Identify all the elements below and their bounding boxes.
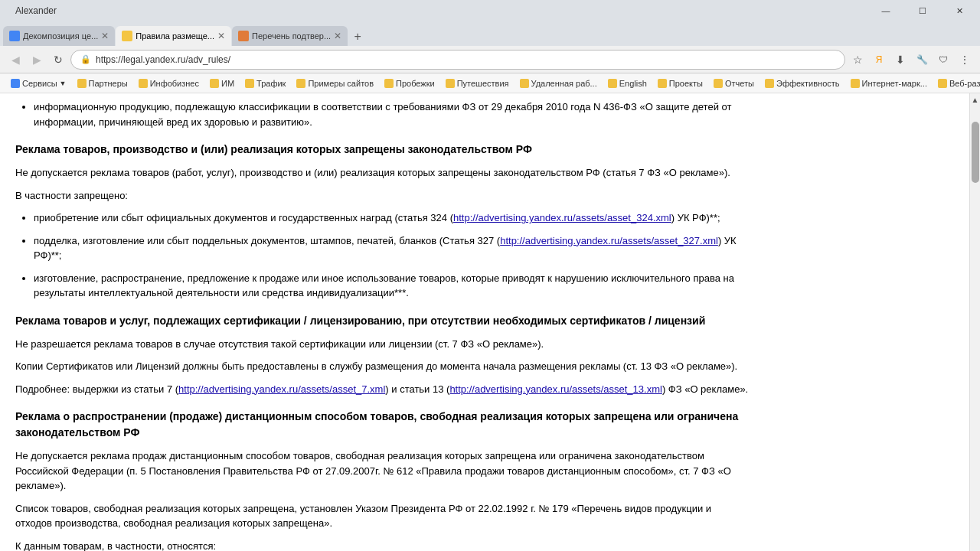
bookmark-remote[interactable]: Удаленная раб... xyxy=(515,75,602,92)
menu-icon[interactable]: ⋮ xyxy=(956,51,974,69)
bookmark-partners-label: Партнеры xyxy=(89,79,128,88)
bookmark-services[interactable]: Сервисы ▼ xyxy=(6,75,71,92)
lock-icon: 🔒 xyxy=(80,54,91,64)
top-bullets: информационную продукцию, подлежащую кла… xyxy=(34,99,750,129)
tab-1-close[interactable]: ✕ xyxy=(101,31,109,41)
username: Alexander xyxy=(15,5,57,16)
section2-para2: Копии Сертификатов или Лицензий должны б… xyxy=(15,359,750,374)
tab-3-label: Перечень подтвер... xyxy=(252,31,331,41)
maximize-button[interactable]: ☐ xyxy=(905,0,940,21)
link-asset7[interactable]: http://advertising.yandex.ru/assets/asse… xyxy=(178,383,385,395)
section2-para1: Не разрешается реклама товаров в случае … xyxy=(15,337,750,352)
section2-heading: Реклама товаров и услуг, подлежащих серт… xyxy=(15,313,750,329)
refresh-button[interactable]: ↻ xyxy=(49,51,67,69)
bookmark-examples[interactable]: Примеры сайтов xyxy=(292,75,378,92)
partners-folder-icon xyxy=(77,79,87,88)
scrollbar-up[interactable]: ▲ xyxy=(972,93,979,106)
bookmark-english-label: English xyxy=(619,79,647,88)
runs-folder-icon xyxy=(384,79,394,88)
bookmark-infobiznes[interactable]: Инфобизнес xyxy=(134,75,204,92)
link-asset327[interactable]: http://advertising.yandex.ru/assets/asse… xyxy=(500,235,718,246)
tab-2-label: Правила размеще... xyxy=(136,31,214,41)
bookmark-infobiznes-label: Инфобизнес xyxy=(150,79,199,88)
content-area[interactable]: информационную продукцию, подлежащую кла… xyxy=(0,93,969,551)
bookmarks-bar: Сервисы ▼ Партнеры Инфобизнес ИМ Трафик … xyxy=(0,73,980,93)
english-folder-icon xyxy=(608,79,617,88)
section2-para3-start: Подробнее: выдержки из статьи 7 ( xyxy=(15,383,178,395)
forward-button[interactable]: ▶ xyxy=(28,51,46,69)
link-asset13[interactable]: http://advertising.yandex.ru/assets/asse… xyxy=(449,383,662,395)
top-bullet-text: информационную продукцию, подлежащую кла… xyxy=(34,101,731,128)
section1-bullet-2: подделка, изготовление или сбыт поддельн… xyxy=(34,233,750,263)
section2-para3-end: ) ФЗ «О рекламе». xyxy=(662,383,748,395)
bookmark-efficiency[interactable]: Эффективность xyxy=(760,75,844,92)
services-arrow: ▼ xyxy=(60,80,67,87)
extension-icon[interactable]: 🔧 xyxy=(913,51,931,69)
tab-1-label: Декомпозиция це... xyxy=(23,31,98,41)
download-icon[interactable]: ⬇ xyxy=(891,51,910,69)
title-bar: Alexander — ☐ ✕ xyxy=(0,0,980,21)
tabs-bar: Декомпозиция це... ✕ Правила размеще... … xyxy=(0,21,980,46)
scrollbar[interactable]: ▲ xyxy=(969,93,980,551)
section1-bullets: приобретение или сбыт официальных докуме… xyxy=(34,210,750,301)
bookmark-reports[interactable]: Отчеты xyxy=(709,75,759,92)
tab-2-favicon xyxy=(122,31,132,41)
tab-1-favicon xyxy=(9,31,20,41)
window-controls: — ☐ ✕ xyxy=(868,0,977,21)
nav-bar: ◀ ▶ ↻ 🔒 https://legal.yandex.ru/adv_rule… xyxy=(0,46,980,73)
efficiency-folder-icon xyxy=(765,79,774,88)
tab-2[interactable]: Правила размеще... ✕ xyxy=(116,26,231,46)
address-bar[interactable]: 🔒 https://legal.yandex.ru/adv_rules/ xyxy=(70,50,845,70)
section1-bullet-3-text: изготовление, распространение, предложен… xyxy=(34,272,734,299)
tab-3-close[interactable]: ✕ xyxy=(334,31,341,41)
link-asset324[interactable]: http://advertising.yandex.ru/assets/asse… xyxy=(453,212,671,223)
web-dev-folder-icon xyxy=(938,79,947,88)
nav-icons: ☆ Я ⬇ 🔧 🛡 ⋮ xyxy=(848,51,974,69)
bookmark-im[interactable]: ИМ xyxy=(205,75,239,92)
bookmark-reports-label: Отчеты xyxy=(725,79,754,88)
bookmark-english[interactable]: English xyxy=(603,75,652,92)
section2-para3: Подробнее: выдержки из статьи 7 (http://… xyxy=(15,382,750,397)
bookmark-remote-label: Удаленная раб... xyxy=(531,79,597,88)
back-button[interactable]: ◀ xyxy=(6,51,24,69)
legal-content: информационную продукцию, подлежащую кла… xyxy=(0,93,766,551)
page-content: информационную продукцию, подлежащую кла… xyxy=(0,93,980,551)
bookmark-internet-marketing[interactable]: Интернет-марк... xyxy=(846,75,932,92)
close-button[interactable]: ✕ xyxy=(942,0,977,21)
address-text: https://legal.yandex.ru/adv_rules/ xyxy=(96,54,835,65)
projects-folder-icon xyxy=(658,79,667,88)
minimize-button[interactable]: — xyxy=(868,0,903,21)
tab-3[interactable]: Перечень подтвер... ✕ xyxy=(232,26,348,46)
section1-heading: Реклама товаров, производство и (или) ре… xyxy=(15,142,750,158)
bookmark-internet-marketing-label: Интернет-марк... xyxy=(862,79,927,88)
star-icon[interactable]: ☆ xyxy=(848,51,867,69)
bookmark-web-dev[interactable]: Веб-разработки xyxy=(933,75,980,92)
extension2-icon[interactable]: 🛡 xyxy=(934,51,952,69)
section3-para3: К данным товарам, в частности, относятся… xyxy=(15,539,750,552)
bookmark-runs-label: Пробежки xyxy=(396,79,435,88)
bookmark-traffic-label: Трафик xyxy=(256,79,286,88)
section3-para1: Не допускается реклама продаж дистанцион… xyxy=(15,448,750,494)
yandex-icon[interactable]: Я xyxy=(870,51,888,69)
services-icon xyxy=(11,79,20,88)
section3-para2: Список товаров, свободная реализация кот… xyxy=(15,501,750,531)
tab-1[interactable]: Декомпозиция це... ✕ xyxy=(3,26,115,46)
bookmark-projects[interactable]: Проекты xyxy=(653,75,707,92)
examples-folder-icon xyxy=(296,79,305,88)
bookmark-efficiency-label: Эффективность xyxy=(776,79,840,88)
tab-3-favicon xyxy=(238,31,249,41)
bookmark-im-label: ИМ xyxy=(221,79,234,88)
bookmark-runs[interactable]: Пробежки xyxy=(380,75,439,92)
bookmark-travel[interactable]: Путешествия xyxy=(441,75,514,92)
new-tab-button[interactable]: + xyxy=(348,28,367,46)
bookmark-partners[interactable]: Партнеры xyxy=(73,75,132,92)
section1-bullet-3: изготовление, распространение, предложен… xyxy=(34,271,750,301)
scrollbar-thumb[interactable] xyxy=(972,122,979,183)
internet-marketing-folder-icon xyxy=(851,79,860,88)
section1-bullet-1-text: приобретение или сбыт официальных докуме… xyxy=(34,212,720,223)
tab-2-close[interactable]: ✕ xyxy=(217,31,225,41)
section1-bullet-2-text: подделка, изготовление или сбыт поддельн… xyxy=(34,235,737,262)
bookmark-traffic[interactable]: Трафик xyxy=(240,75,290,92)
bookmark-services-label: Сервисы xyxy=(22,79,57,88)
top-bullet-item: информационную продукцию, подлежащую кла… xyxy=(34,99,750,129)
